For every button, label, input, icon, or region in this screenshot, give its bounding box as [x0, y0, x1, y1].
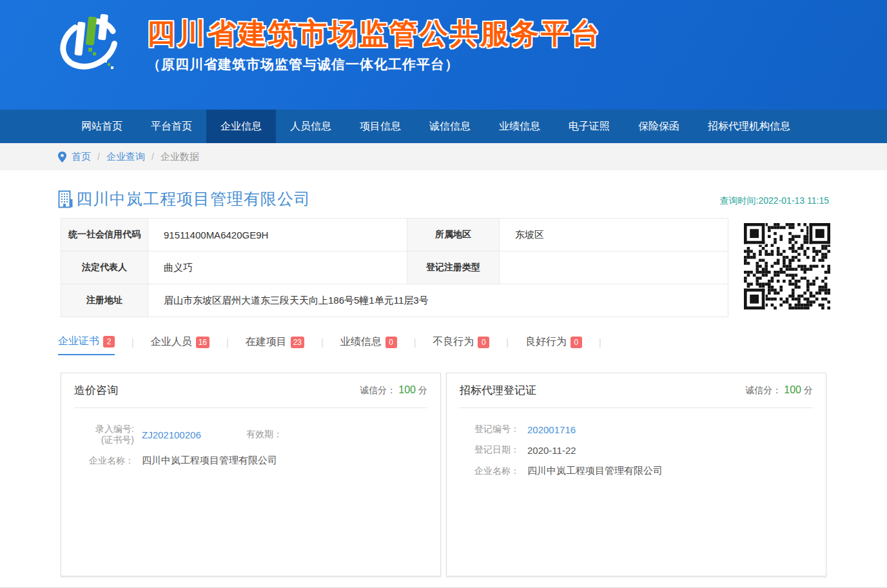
nav-item-platform-home[interactable]: 平台首页	[137, 110, 206, 143]
company-name-label: 企业名称：	[463, 466, 520, 477]
detail-tabs: 企业证书 2 | 企业人员 16 | 在建项目 23 | 业绩信息 0 | 不良…	[57, 333, 830, 357]
card-bidding-agency-registration: 招标代理登记证 诚信分：100分 登记编号： 202001716 登记日期： 2…	[446, 373, 826, 576]
site-header: 四川省建筑市场监管公共服务平台 （原四川省建筑市场监管与诚信一体化工作平台）	[0, 0, 887, 110]
score-label: 诚信分：	[360, 385, 396, 395]
tab-performance-info[interactable]: 业绩信息 0	[340, 335, 397, 355]
card-cost-consulting: 造价咨询 诚信分：100分 录入编号: (证书号) ZJ202100206 有效…	[61, 373, 441, 576]
info-value-credit-code: 91511400MA6420GE9H	[148, 219, 407, 251]
info-label-registration-type: 登记注册类型	[407, 251, 500, 284]
info-value-registered-address: 眉山市东坡区眉州大道东三段天天向上186号5幢1单元11层3号	[148, 284, 728, 317]
tab-separator: |	[226, 337, 229, 353]
tab-separator: |	[132, 337, 134, 353]
field-row-reg-date: 登记日期： 2020-11-22	[463, 444, 813, 456]
company-info-section: 统一社会信用代码 91511400MA6420GE9H 所属地区 东坡区 法定代…	[57, 218, 830, 317]
nav-item-e-certificate[interactable]: 电子证照	[554, 110, 624, 143]
company-name-value: 四川中岚工程项目管理有限公司	[142, 455, 277, 467]
nav-item-project-info[interactable]: 项目信息	[346, 110, 415, 143]
score-value: 100	[398, 384, 416, 395]
breadcrumb-separator: /	[97, 152, 100, 162]
nav-item-insurance-guarantee[interactable]: 保险保函	[624, 110, 694, 143]
tab-enterprise-personnel[interactable]: 企业人员 16	[151, 335, 210, 355]
field-row-company-name: 企业名称： 四川中岚工程项目管理有限公司	[463, 465, 813, 477]
tab-badge: 2	[103, 336, 115, 348]
tab-badge: 0	[478, 337, 489, 348]
tab-separator: |	[506, 337, 509, 353]
company-header: 四川中岚工程项目管理有限公司 查询时间:2022-01-13 11:15	[57, 188, 830, 210]
field-row-company-name: 企业名称： 四川中岚工程项目管理有限公司	[77, 455, 427, 467]
tab-label: 业绩信息	[340, 335, 382, 349]
reg-no-label: 登记编号：	[463, 424, 520, 435]
info-label-registered-address: 注册地址	[61, 284, 148, 317]
table-row: 统一社会信用代码 91511400MA6420GE9H 所属地区 东坡区	[61, 219, 728, 251]
nav-item-credit-info[interactable]: 诚信信息	[415, 110, 485, 143]
card-title: 招标代理登记证	[460, 383, 536, 398]
tab-label: 良好行为	[525, 335, 567, 349]
score-label: 诚信分：	[745, 385, 781, 395]
breadcrumb-current: 企业数据	[161, 151, 199, 163]
info-value-region: 东坡区	[500, 219, 728, 251]
table-row: 法定代表人 曲义巧 登记注册类型	[61, 251, 728, 284]
site-title: 四川省建筑市场监管公共服务平台	[147, 17, 601, 50]
qr-code	[744, 223, 830, 309]
tab-label: 在建项目	[246, 335, 287, 349]
tab-separator: |	[321, 337, 324, 353]
info-label-credit-code: 统一社会信用代码	[61, 219, 148, 251]
tab-badge: 0	[570, 337, 582, 348]
nav-item-bidding-agency-info[interactable]: 招标代理机构信息	[694, 110, 804, 143]
breadcrumb: 首页 / 企业查询 / 企业数据	[0, 143, 887, 170]
tab-label: 企业证书	[58, 335, 99, 348]
tab-enterprise-certificates[interactable]: 企业证书 2	[58, 335, 115, 355]
query-time: 查询时间:2022-01-13 11:15	[720, 195, 829, 210]
location-pin-icon	[58, 152, 66, 162]
tab-separator: |	[414, 337, 416, 353]
info-value-legal-rep: 曲义巧	[148, 251, 407, 284]
site-logo-icon	[57, 8, 122, 76]
info-value-registration-type	[500, 251, 728, 284]
info-label-legal-rep: 法定代表人	[61, 251, 148, 284]
tab-badge: 23	[291, 337, 304, 348]
tab-badge: 0	[385, 337, 397, 348]
certificate-cards: 造价咨询 诚信分：100分 录入编号: (证书号) ZJ202100206 有效…	[57, 373, 830, 576]
company-name-value: 四川中岚工程项目管理有限公司	[527, 465, 663, 477]
card-title: 造价咨询	[74, 383, 118, 398]
reg-no-link[interactable]: 202001716	[527, 424, 576, 435]
cert-no-link[interactable]: ZJ202100206	[142, 429, 237, 440]
site-subtitle: （原四川省建筑市场监管与诚信一体化工作平台）	[147, 55, 601, 74]
table-row: 注册地址 眉山市东坡区眉州大道东三段天天向上186号5幢1单元11层3号	[61, 284, 728, 317]
tab-separator: |	[599, 337, 601, 353]
score-unit: 分	[804, 385, 813, 395]
info-label-region: 所属地区	[407, 219, 500, 251]
tab-bad-behavior[interactable]: 不良行为 0	[433, 335, 489, 355]
company-info-table: 统一社会信用代码 91511400MA6420GE9H 所属地区 东坡区 法定代…	[61, 218, 728, 317]
company-name-label: 企业名称：	[77, 455, 134, 467]
score-unit: 分	[418, 385, 427, 395]
field-row-reg-no: 登记编号： 202001716	[463, 424, 813, 435]
breadcrumb-home-link[interactable]: 首页	[72, 151, 91, 163]
validity-label: 有效期：	[237, 429, 282, 440]
nav-item-enterprise-info[interactable]: 企业信息	[206, 110, 276, 143]
building-icon	[58, 190, 73, 208]
tab-projects-under-construction[interactable]: 在建项目 23	[246, 335, 304, 355]
cert-no-label: 录入编号: (证书号)	[77, 424, 134, 446]
main-content: 四川中岚工程项目管理有限公司 查询时间:2022-01-13 11:15 统一社…	[57, 170, 830, 576]
field-row-cert-no: 录入编号: (证书号) ZJ202100206 有效期：	[77, 424, 427, 446]
tab-badge: 16	[196, 337, 210, 348]
reg-date-value: 2020-11-22	[527, 445, 576, 456]
company-name: 四川中岚工程项目管理有限公司	[76, 188, 311, 210]
tab-good-behavior[interactable]: 良好行为 0	[525, 335, 582, 355]
nav-item-website-home[interactable]: 网站首页	[67, 110, 137, 143]
breadcrumb-enterprise-query-link[interactable]: 企业查询	[106, 151, 145, 163]
nav-item-performance-info[interactable]: 业绩信息	[485, 110, 554, 143]
nav-item-personnel-info[interactable]: 人员信息	[276, 110, 346, 143]
tab-label: 企业人员	[151, 335, 192, 349]
breadcrumb-separator: /	[151, 152, 154, 162]
main-nav: 网站首页 平台首页 企业信息 人员信息 项目信息 诚信信息 业绩信息 电子证照 …	[0, 110, 887, 143]
reg-date-label: 登记日期：	[463, 444, 520, 456]
score-value: 100	[784, 384, 801, 395]
tab-label: 不良行为	[433, 335, 474, 349]
